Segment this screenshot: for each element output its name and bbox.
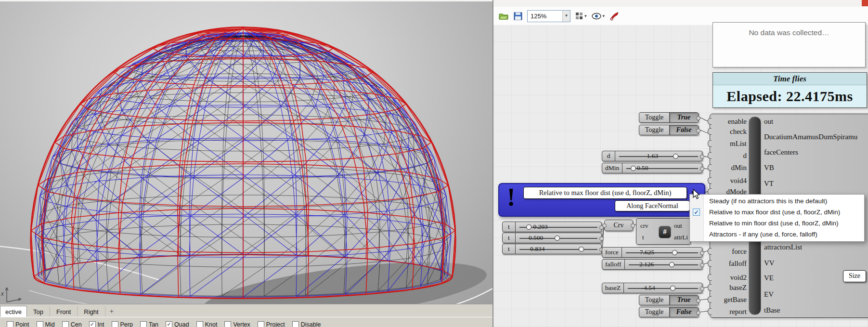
slider-basez[interactable]: baseZ -4.54	[602, 283, 702, 293]
menu-item-relative-min[interactable]: Relative to min floor dist (use d, floor…	[690, 218, 864, 229]
osnap-tan[interactable]: ✓Tan	[140, 321, 158, 327]
selected-group[interactable]: ! Relative to max floor dist (use d, flo…	[498, 183, 705, 217]
osnap-project[interactable]: ✓Project	[258, 321, 285, 327]
slider-t2[interactable]: t 0.500	[502, 233, 602, 243]
tab-top[interactable]: Top	[27, 306, 50, 317]
input-d[interactable]: d	[710, 151, 748, 160]
output-facecenters[interactable]: faceCenters	[764, 147, 798, 157]
tab-right[interactable]: Right	[78, 306, 105, 317]
input-dmin[interactable]: dMin	[710, 163, 748, 172]
toggle-value[interactable]: False	[670, 125, 698, 135]
input-check[interactable]: check	[710, 127, 748, 136]
checked-checkbox-icon: ✓	[693, 209, 700, 216]
checkbox-icon[interactable]: ✓	[62, 321, 69, 327]
slider-t1[interactable]: t 0.203	[502, 222, 602, 232]
osnap-vertex[interactable]: ✓Vertex	[224, 321, 250, 327]
shift-output-attrli[interactable]: attrLi	[674, 234, 688, 241]
input-void4[interactable]: void4	[710, 176, 748, 185]
toggle-report[interactable]: Toggle False	[639, 307, 699, 317]
tab-perspective[interactable]: ective	[0, 306, 27, 317]
output-out[interactable]: out	[764, 117, 773, 126]
slider-falloff[interactable]: falloff 2.126	[602, 259, 702, 270]
shift-component[interactable]: crv t # out attrLi	[636, 218, 691, 245]
slider-dmin[interactable]: dMin 0.50	[602, 163, 702, 173]
checkbox-icon[interactable]: ✓	[224, 321, 231, 327]
menu-item-attractors[interactable]: Attractors - if any (use d, force, fallo…	[690, 229, 864, 240]
slider-knob[interactable]	[673, 154, 678, 159]
checkbox-icon[interactable]: ✓	[196, 321, 203, 327]
shift-icon: #	[659, 226, 671, 238]
timer-title: Time flies	[713, 73, 867, 85]
osnap-label: Disable	[301, 321, 321, 327]
osnap-perp[interactable]: ✓Perp	[112, 321, 133, 327]
slider-knob[interactable]	[669, 262, 674, 267]
checkbox-icon[interactable]: ✓	[112, 321, 118, 327]
output-vv[interactable]: VV	[764, 258, 775, 268]
input-void2[interactable]: void2	[710, 273, 748, 282]
slider-knob[interactable]	[672, 250, 677, 255]
rhino-perspective-viewport[interactable]: x	[0, 1, 492, 304]
slider-knob[interactable]	[526, 224, 531, 230]
osnap-mid[interactable]: ✓Mid	[37, 321, 55, 327]
checkbox-icon[interactable]: ✓	[292, 321, 299, 327]
input-report[interactable]: report	[710, 307, 748, 316]
input-basez[interactable]: baseZ	[710, 283, 748, 292]
shift-input-crv[interactable]: crv	[640, 222, 648, 230]
osnap-knot[interactable]: ✓Knot	[196, 321, 218, 327]
output-tbase[interactable]: tBase	[764, 305, 780, 315]
shift-input-t[interactable]: t	[642, 234, 644, 241]
output-attractorslist[interactable]: attractorsList	[764, 242, 802, 252]
input-falloff[interactable]: falloff	[710, 259, 748, 268]
along-face-normal-component[interactable]: Along FaceNormal	[615, 200, 690, 211]
osnap-label: Knot	[205, 321, 218, 327]
input-enable[interactable]: enable	[710, 117, 748, 126]
slider-knob[interactable]	[579, 247, 584, 252]
checkbox-icon[interactable]: ✓	[166, 321, 172, 327]
toggle-value[interactable]: True	[670, 295, 698, 305]
toggle-check[interactable]: Toggle False	[639, 125, 699, 135]
checkbox-icon[interactable]: ✓	[89, 321, 96, 327]
checkbox-icon[interactable]: ✓	[37, 321, 43, 327]
size-param-component[interactable]: Size	[843, 270, 866, 282]
checkbox-icon[interactable]: ✓	[140, 321, 147, 327]
input-mlist[interactable]: mList	[710, 139, 748, 148]
slider-d[interactable]: d 1.63	[602, 151, 702, 161]
menu-item-steady[interactable]: Steady (if no attractors this is the def…	[690, 196, 864, 207]
slider-value: 7.625	[640, 248, 654, 257]
osnap-quad[interactable]: ✓Quad	[166, 321, 189, 327]
slider-knob[interactable]	[670, 286, 675, 291]
timer-component[interactable]: Time flies Elapsed: 22.4175ms	[713, 72, 867, 108]
output-vt[interactable]: VT	[764, 179, 774, 188]
new-viewport-icon[interactable]: +	[105, 306, 118, 317]
tab-front[interactable]: Front	[50, 306, 78, 317]
checkbox-icon[interactable]: ✓	[258, 321, 264, 327]
slider-label: t	[503, 244, 516, 254]
osnap-toolbar: ✓Point ✓Mid ✓Cen ✓Int ✓Perp ✓Tan ✓Quad ✓…	[0, 317, 499, 327]
input-getbase[interactable]: getBase	[710, 295, 748, 304]
toggle-enable[interactable]: Toggle True	[639, 112, 699, 123]
output-ev[interactable]: EV	[764, 289, 774, 299]
toggle-value[interactable]: False	[670, 307, 698, 317]
shift-output-out[interactable]: out	[674, 222, 682, 230]
slider-knob[interactable]	[555, 235, 560, 241]
slider-force[interactable]: force 7.625	[602, 247, 702, 258]
toggle-value[interactable]: True	[670, 113, 698, 122]
osnap-cen[interactable]: ✓Cen	[62, 321, 82, 327]
output-vb[interactable]: VB	[764, 163, 774, 172]
data-panel[interactable]: No data was collected…	[713, 22, 866, 67]
output-ducatium[interactable]: DucatiumAmamusDumSpiramu	[764, 132, 857, 142]
osnap-point[interactable]: ✓Point	[7, 321, 29, 327]
osnap-disable[interactable]: ✓Disable	[292, 321, 321, 327]
rhino-window: x ective Top Front Right + ✓Point ✓Mid ✓…	[0, 0, 492, 327]
slider-t3[interactable]: t 0.834	[502, 244, 602, 254]
slider-value: 0.834	[530, 244, 544, 254]
menu-item-relative-max[interactable]: ✓ Relative to max floor dist (use d, flo…	[690, 207, 864, 218]
checkbox-icon[interactable]: ✓	[7, 321, 13, 327]
crv-param-component[interactable]: Crv	[604, 220, 633, 231]
value-list[interactable]: Relative to max floor dist (use d, floor…	[523, 187, 687, 199]
osnap-int[interactable]: ✓Int	[89, 321, 104, 327]
output-ve[interactable]: VE	[764, 273, 774, 283]
input-force[interactable]: force	[710, 247, 748, 256]
toggle-getbase[interactable]: Toggle True	[639, 295, 699, 305]
slider-knob[interactable]	[631, 166, 636, 171]
